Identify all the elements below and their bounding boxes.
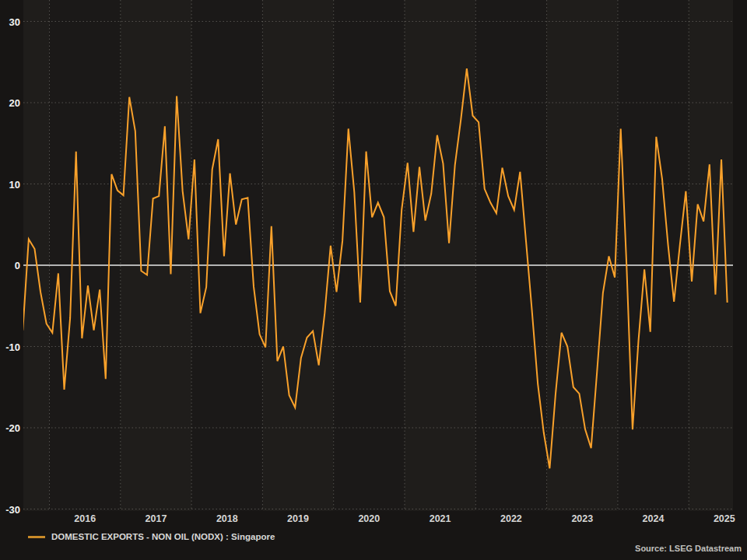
year-band <box>475 0 546 511</box>
y-tick-label: 30 <box>0 16 20 27</box>
x-tick-label: 2025 <box>714 513 735 524</box>
y-tick-label: 10 <box>0 178 20 190</box>
y-tick-label: -30 <box>0 503 20 515</box>
x-tick-label: 2024 <box>643 513 665 524</box>
x-tick-label: 2022 <box>500 513 522 524</box>
x-tick-label: 2017 <box>146 513 167 524</box>
year-band <box>334 0 405 511</box>
plot-area <box>0 0 747 560</box>
x-tick-label: 2019 <box>287 513 309 524</box>
x-tick-label: 2020 <box>358 513 380 524</box>
legend-label: DOMESTIC EXPORTS - NON OIL (NODX) : Sing… <box>51 532 275 541</box>
year-band <box>689 0 733 511</box>
legend: DOMESTIC EXPORTS - NON OIL (NODX) : Sing… <box>28 532 275 541</box>
year-band <box>121 0 191 511</box>
chart-root: 3020100-10-20-30 20162017201820192020202… <box>0 0 747 560</box>
source-credit: Source: LSEG Datastream <box>635 544 742 553</box>
y-tick-label: -10 <box>0 341 20 352</box>
x-tick-label: 2021 <box>430 513 451 524</box>
x-tick-label: 2018 <box>216 513 238 524</box>
legend-line-swatch <box>28 536 45 538</box>
y-tick-label: -20 <box>0 422 20 434</box>
x-tick-label: 2023 <box>571 513 593 524</box>
x-tick-label: 2016 <box>74 513 96 524</box>
y-tick-label: 0 <box>0 260 20 271</box>
year-band <box>405 0 475 511</box>
y-tick-label: 20 <box>0 97 20 109</box>
year-band <box>547 0 618 511</box>
